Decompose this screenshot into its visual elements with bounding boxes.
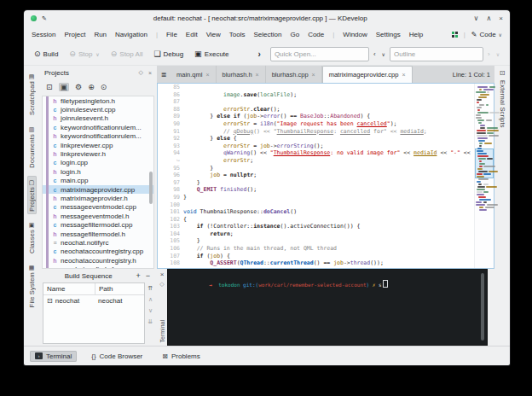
detach-terminal-icon[interactable]: ◇: [159, 281, 164, 287]
menu-edit[interactable]: Edit: [186, 31, 198, 38]
sidebar-tab-scratchpad[interactable]: ▤Scratchpad: [27, 70, 37, 119]
toolbar-overflow-icon[interactable]: ›: [258, 50, 261, 59]
minimize-button[interactable]: ∨: [474, 15, 479, 22]
menu-navigation[interactable]: Navigation: [115, 31, 147, 38]
titlebar[interactable]: ✎ default: neochat - [ neochat:src/matri…: [24, 10, 510, 26]
sidebar-tab-classes[interactable]: ▣Classes: [27, 218, 37, 257]
column-path[interactable]: Path: [95, 283, 144, 294]
tree-item[interactable]: hneochataccountregistry.h: [43, 256, 153, 265]
terminal-scrollbar[interactable]: [481, 273, 484, 341]
code-line: 100: [159, 201, 474, 209]
close-tab-icon[interactable]: ×: [256, 72, 259, 78]
menu-view[interactable]: View: [206, 31, 221, 38]
minimap-mark: [483, 183, 489, 185]
menu-session[interactable]: Session: [32, 31, 55, 38]
quick-open-input[interactable]: [270, 47, 369, 61]
tree-item[interactable]: cmatriximageprovider.cpp: [43, 185, 153, 194]
code-token: (): [290, 208, 297, 215]
terminal-viewport[interactable]: → tokodon git:(work/carl/remember-select…: [167, 269, 488, 346]
editor-tab-matriximageprovider-cpp[interactable]: matriximageprovider.cpp×: [322, 66, 413, 83]
column-name[interactable]: Name: [43, 283, 95, 294]
close-tab-icon[interactable]: ×: [402, 72, 405, 78]
close-panel-icon[interactable]: ×: [148, 70, 152, 76]
add-build-item-button[interactable]: +: [136, 271, 140, 280]
menu-window[interactable]: Window: [343, 31, 367, 38]
close-terminal-icon[interactable]: ×: [160, 271, 165, 277]
menu-help[interactable]: Help: [409, 31, 423, 38]
menu-project[interactable]: Project: [64, 31, 85, 38]
dock-tab-external-scripts[interactable]: External Scripts: [499, 80, 506, 128]
build-sequence-rows: ⊡neochatneochat: [43, 295, 144, 306]
float-panel-icon[interactable]: ◇: [139, 69, 143, 76]
tree-item[interactable]: cjoinrulesevent.cpp: [43, 105, 153, 114]
editor-tab-blurhash-h[interactable]: blurhash.h×: [217, 66, 266, 83]
statusbar-tab-code-browser[interactable]: {}Code Browser: [86, 351, 147, 362]
workspace-grid-icon[interactable]: [452, 32, 458, 38]
tree-item[interactable]: hmatriximageprovider.h: [43, 194, 153, 202]
document-switcher-icon[interactable]: ≣: [157, 66, 171, 83]
debug-button[interactable]: ❑Debug: [149, 49, 188, 60]
sidebar-tab-file-system[interactable]: ▦File System: [27, 261, 37, 311]
build-button[interactable]: ⊙Build: [30, 49, 62, 60]
move-down-icon[interactable]: ∨: [148, 307, 153, 314]
outline-input[interactable]: [390, 47, 483, 61]
menu-go[interactable]: Go: [290, 31, 299, 38]
sidebar-tab-documents[interactable]: ▥Documents: [27, 123, 37, 172]
tree-item[interactable]: ≡neochat.notifyrc: [43, 238, 153, 247]
outline-dropdown-icon[interactable]: ∨: [380, 51, 387, 57]
close-button[interactable]: ×: [499, 15, 503, 22]
tree-item[interactable]: hkeywordnotificationrulem...: [43, 132, 153, 141]
minimap[interactable]: [474, 84, 494, 268]
maximize-button[interactable]: ∧: [486, 15, 491, 22]
editor-tab-blurhash-cpp[interactable]: blurhash.cpp×: [266, 66, 322, 83]
tree-item[interactable]: clinkpreviewer.cpp: [43, 141, 153, 149]
edit-mode-button[interactable]: ✎ Code ∨: [471, 31, 502, 38]
close-tab-icon[interactable]: ×: [312, 72, 315, 78]
tree-item[interactable]: cmessagefiltermodel.cpp: [43, 220, 153, 229]
outline-back-icon[interactable]: ‹: [372, 50, 378, 58]
tree-item[interactable]: cneochataccountregistry.cpp: [43, 248, 153, 256]
menu-file[interactable]: File: [166, 31, 177, 38]
tree-item[interactable]: cmain.cpp: [43, 177, 153, 185]
tree-item[interactable]: clogin.cpp: [43, 159, 153, 167]
project-settings-icon[interactable]: ⚙: [75, 83, 82, 91]
move-top-icon[interactable]: ⇈: [148, 285, 153, 292]
tree-item[interactable]: hjoinrulesevent.h: [43, 114, 153, 123]
tree-scrollbar[interactable]: [149, 172, 153, 204]
statusbar-tab-terminal[interactable]: ›Terminal: [30, 351, 77, 362]
tree-item-label: login.cpp: [61, 159, 88, 166]
remove-build-item-button[interactable]: −: [146, 271, 150, 280]
code-token: ThumbnailResponse: [274, 149, 331, 156]
locate-current-document-icon[interactable]: ⊡: [46, 83, 53, 91]
show-targets-icon[interactable]: ▣: [59, 83, 70, 91]
sidebar-tab-projects[interactable]: ▢Projects: [27, 176, 37, 215]
move-bottom-icon[interactable]: ⇊: [148, 318, 153, 325]
tree-item[interactable]: hmessagefiltermodel.h: [43, 230, 153, 238]
menu-selection[interactable]: Selection: [254, 31, 282, 38]
tree-item[interactable]: ckeywordnotificationrulem...: [43, 123, 153, 131]
menu-code[interactable]: Code: [308, 31, 324, 38]
code-editor[interactable]: 8586 image.save(localFile);8788 errorStr…: [157, 83, 494, 269]
code-lines[interactable]: 8586 image.save(localFile);8788 errorStr…: [158, 84, 474, 268]
tree-item[interactable]: cmessageeventmodel.cpp: [43, 203, 153, 212]
editor-tab-main-qml[interactable]: main.qml×: [171, 66, 217, 83]
menu-tools[interactable]: Tools: [229, 31, 246, 38]
project-file-tree[interactable]: hfiletypesingleton.hcjoinrulesevent.cpph…: [42, 96, 154, 269]
menu-run[interactable]: Run: [94, 31, 107, 38]
move-up-icon[interactable]: ∧: [148, 296, 153, 303]
close-tab-icon[interactable]: ×: [205, 72, 209, 78]
problems-icon: ⊠: [162, 352, 168, 360]
build-sequence-table[interactable]: Name Path ⊡neochatneochat: [43, 282, 145, 344]
statusbar-tab-problems[interactable]: ⊠Problems: [157, 351, 205, 362]
build-sequence-row[interactable]: ⊡neochatneochat: [43, 295, 144, 306]
tree-item[interactable]: hlinkpreviewer.h: [43, 149, 153, 158]
filter-icon[interactable]: ⊙: [101, 83, 107, 91]
filter-add-icon[interactable]: ⊕: [88, 83, 95, 91]
execute-button[interactable]: ▣Execute: [190, 49, 233, 60]
menu-settings[interactable]: Settings: [376, 31, 401, 38]
tree-item[interactable]: hmessageeventmodel.h: [43, 212, 153, 220]
code-token: {: [183, 216, 187, 223]
tree-item[interactable]: hfiletypesingleton.h: [43, 96, 153, 105]
tree-item[interactable]: ≡neochatconfig.kcfg: [43, 265, 153, 269]
tree-item[interactable]: hlogin.h: [43, 167, 153, 176]
